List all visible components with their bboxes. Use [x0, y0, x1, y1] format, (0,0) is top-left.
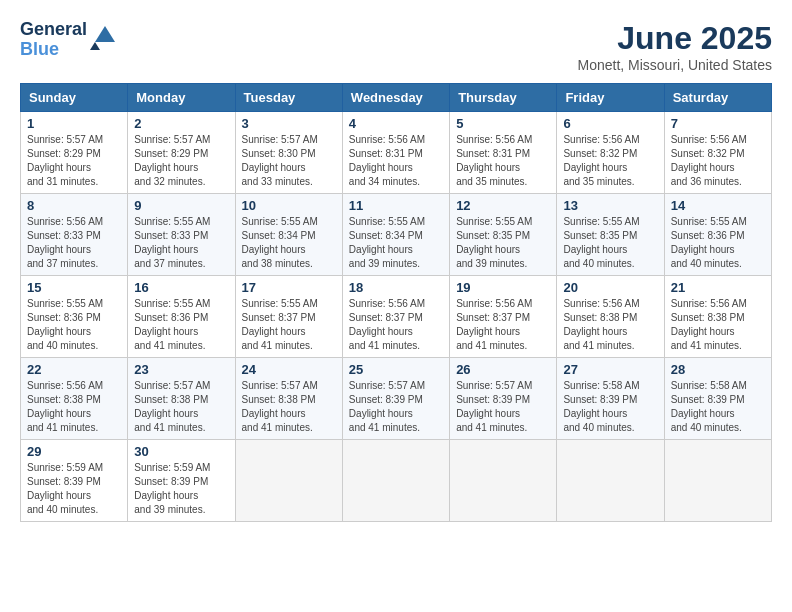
day-number: 30 [134, 444, 228, 459]
day-info: Sunrise: 5:56 AM Sunset: 8:33 PM Dayligh… [27, 215, 121, 271]
day-info: Sunrise: 5:55 AM Sunset: 8:36 PM Dayligh… [134, 297, 228, 353]
week-row-5: 29 Sunrise: 5:59 AM Sunset: 8:39 PM Dayl… [21, 440, 772, 522]
week-row-3: 15 Sunrise: 5:55 AM Sunset: 8:36 PM Dayl… [21, 276, 772, 358]
week-row-4: 22 Sunrise: 5:56 AM Sunset: 8:38 PM Dayl… [21, 358, 772, 440]
day-number: 19 [456, 280, 550, 295]
day-number: 9 [134, 198, 228, 213]
day-number: 4 [349, 116, 443, 131]
day-cell: 5 Sunrise: 5:56 AM Sunset: 8:31 PM Dayli… [450, 112, 557, 194]
week-row-2: 8 Sunrise: 5:56 AM Sunset: 8:33 PM Dayli… [21, 194, 772, 276]
month-title: June 2025 [577, 20, 772, 57]
day-info: Sunrise: 5:55 AM Sunset: 8:37 PM Dayligh… [242, 297, 336, 353]
day-cell: 10 Sunrise: 5:55 AM Sunset: 8:34 PM Dayl… [235, 194, 342, 276]
day-cell: 12 Sunrise: 5:55 AM Sunset: 8:35 PM Dayl… [450, 194, 557, 276]
day-info: Sunrise: 5:57 AM Sunset: 8:30 PM Dayligh… [242, 133, 336, 189]
day-cell: 4 Sunrise: 5:56 AM Sunset: 8:31 PM Dayli… [342, 112, 449, 194]
day-cell: 24 Sunrise: 5:57 AM Sunset: 8:38 PM Dayl… [235, 358, 342, 440]
day-cell: 3 Sunrise: 5:57 AM Sunset: 8:30 PM Dayli… [235, 112, 342, 194]
logo: GeneralBlue [20, 20, 120, 60]
day-cell: 27 Sunrise: 5:58 AM Sunset: 8:39 PM Dayl… [557, 358, 664, 440]
day-number: 10 [242, 198, 336, 213]
day-cell: 26 Sunrise: 5:57 AM Sunset: 8:39 PM Dayl… [450, 358, 557, 440]
day-number: 26 [456, 362, 550, 377]
day-info: Sunrise: 5:59 AM Sunset: 8:39 PM Dayligh… [27, 461, 121, 517]
day-cell [342, 440, 449, 522]
day-info: Sunrise: 5:58 AM Sunset: 8:39 PM Dayligh… [671, 379, 765, 435]
day-cell: 23 Sunrise: 5:57 AM Sunset: 8:38 PM Dayl… [128, 358, 235, 440]
day-number: 5 [456, 116, 550, 131]
day-number: 13 [563, 198, 657, 213]
day-cell: 8 Sunrise: 5:56 AM Sunset: 8:33 PM Dayli… [21, 194, 128, 276]
day-cell: 19 Sunrise: 5:56 AM Sunset: 8:37 PM Dayl… [450, 276, 557, 358]
day-info: Sunrise: 5:56 AM Sunset: 8:32 PM Dayligh… [671, 133, 765, 189]
day-info: Sunrise: 5:56 AM Sunset: 8:37 PM Dayligh… [349, 297, 443, 353]
day-number: 23 [134, 362, 228, 377]
column-header-thursday: Thursday [450, 84, 557, 112]
location: Monett, Missouri, United States [577, 57, 772, 73]
day-number: 6 [563, 116, 657, 131]
day-cell: 16 Sunrise: 5:55 AM Sunset: 8:36 PM Dayl… [128, 276, 235, 358]
day-info: Sunrise: 5:56 AM Sunset: 8:32 PM Dayligh… [563, 133, 657, 189]
day-cell: 11 Sunrise: 5:55 AM Sunset: 8:34 PM Dayl… [342, 194, 449, 276]
day-cell: 13 Sunrise: 5:55 AM Sunset: 8:35 PM Dayl… [557, 194, 664, 276]
day-cell: 17 Sunrise: 5:55 AM Sunset: 8:37 PM Dayl… [235, 276, 342, 358]
day-cell: 28 Sunrise: 5:58 AM Sunset: 8:39 PM Dayl… [664, 358, 771, 440]
day-cell: 7 Sunrise: 5:56 AM Sunset: 8:32 PM Dayli… [664, 112, 771, 194]
day-info: Sunrise: 5:59 AM Sunset: 8:39 PM Dayligh… [134, 461, 228, 517]
day-cell [450, 440, 557, 522]
day-cell [235, 440, 342, 522]
day-cell: 30 Sunrise: 5:59 AM Sunset: 8:39 PM Dayl… [128, 440, 235, 522]
day-info: Sunrise: 5:56 AM Sunset: 8:38 PM Dayligh… [671, 297, 765, 353]
day-number: 29 [27, 444, 121, 459]
day-number: 2 [134, 116, 228, 131]
day-cell: 20 Sunrise: 5:56 AM Sunset: 8:38 PM Dayl… [557, 276, 664, 358]
day-cell: 22 Sunrise: 5:56 AM Sunset: 8:38 PM Dayl… [21, 358, 128, 440]
day-number: 7 [671, 116, 765, 131]
calendar-header-row: SundayMondayTuesdayWednesdayThursdayFrid… [21, 84, 772, 112]
day-info: Sunrise: 5:55 AM Sunset: 8:33 PM Dayligh… [134, 215, 228, 271]
day-number: 1 [27, 116, 121, 131]
column-header-monday: Monday [128, 84, 235, 112]
calendar-table: SundayMondayTuesdayWednesdayThursdayFrid… [20, 83, 772, 522]
day-number: 27 [563, 362, 657, 377]
column-header-wednesday: Wednesday [342, 84, 449, 112]
day-info: Sunrise: 5:55 AM Sunset: 8:36 PM Dayligh… [27, 297, 121, 353]
day-number: 14 [671, 198, 765, 213]
svg-marker-0 [95, 26, 115, 42]
day-info: Sunrise: 5:55 AM Sunset: 8:34 PM Dayligh… [242, 215, 336, 271]
day-cell: 29 Sunrise: 5:59 AM Sunset: 8:39 PM Dayl… [21, 440, 128, 522]
day-number: 12 [456, 198, 550, 213]
day-number: 28 [671, 362, 765, 377]
day-number: 3 [242, 116, 336, 131]
day-info: Sunrise: 5:55 AM Sunset: 8:36 PM Dayligh… [671, 215, 765, 271]
day-cell: 25 Sunrise: 5:57 AM Sunset: 8:39 PM Dayl… [342, 358, 449, 440]
day-info: Sunrise: 5:58 AM Sunset: 8:39 PM Dayligh… [563, 379, 657, 435]
day-info: Sunrise: 5:55 AM Sunset: 8:35 PM Dayligh… [563, 215, 657, 271]
day-number: 15 [27, 280, 121, 295]
day-number: 25 [349, 362, 443, 377]
day-cell [664, 440, 771, 522]
logo-text: GeneralBlue [20, 20, 87, 60]
column-header-saturday: Saturday [664, 84, 771, 112]
day-number: 18 [349, 280, 443, 295]
day-info: Sunrise: 5:56 AM Sunset: 8:31 PM Dayligh… [456, 133, 550, 189]
day-number: 24 [242, 362, 336, 377]
page-header: GeneralBlue June 2025 Monett, Missouri, … [20, 20, 772, 73]
day-number: 17 [242, 280, 336, 295]
day-info: Sunrise: 5:55 AM Sunset: 8:34 PM Dayligh… [349, 215, 443, 271]
day-number: 20 [563, 280, 657, 295]
day-info: Sunrise: 5:56 AM Sunset: 8:37 PM Dayligh… [456, 297, 550, 353]
day-cell: 1 Sunrise: 5:57 AM Sunset: 8:29 PM Dayli… [21, 112, 128, 194]
day-info: Sunrise: 5:57 AM Sunset: 8:29 PM Dayligh… [134, 133, 228, 189]
day-info: Sunrise: 5:55 AM Sunset: 8:35 PM Dayligh… [456, 215, 550, 271]
svg-marker-1 [90, 42, 100, 50]
column-header-tuesday: Tuesday [235, 84, 342, 112]
day-info: Sunrise: 5:57 AM Sunset: 8:38 PM Dayligh… [242, 379, 336, 435]
day-cell: 18 Sunrise: 5:56 AM Sunset: 8:37 PM Dayl… [342, 276, 449, 358]
day-cell: 21 Sunrise: 5:56 AM Sunset: 8:38 PM Dayl… [664, 276, 771, 358]
day-info: Sunrise: 5:57 AM Sunset: 8:39 PM Dayligh… [456, 379, 550, 435]
day-info: Sunrise: 5:57 AM Sunset: 8:29 PM Dayligh… [27, 133, 121, 189]
day-info: Sunrise: 5:57 AM Sunset: 8:39 PM Dayligh… [349, 379, 443, 435]
day-info: Sunrise: 5:56 AM Sunset: 8:31 PM Dayligh… [349, 133, 443, 189]
day-cell: 15 Sunrise: 5:55 AM Sunset: 8:36 PM Dayl… [21, 276, 128, 358]
